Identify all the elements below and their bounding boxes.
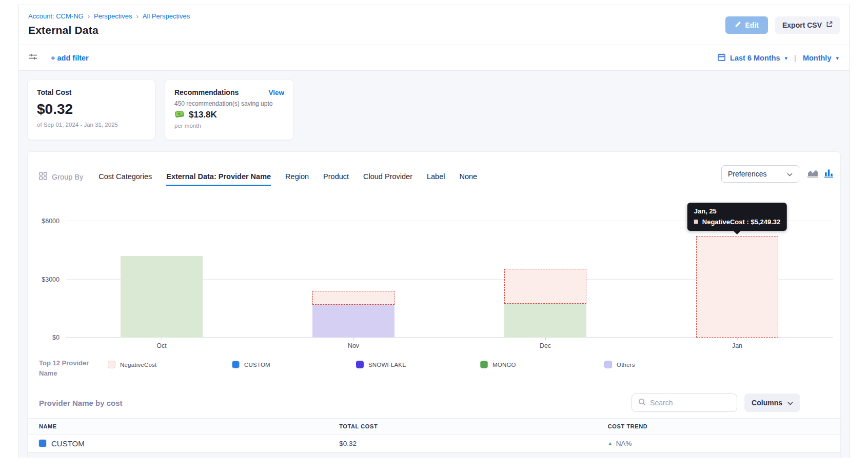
- recommendations-count: 450 recommendation(s) saving upto: [174, 100, 284, 107]
- row-total-cost-cell: $0.32: [339, 440, 608, 447]
- tooltip-value-line: NegativeCost : $5,249.32: [694, 218, 780, 226]
- date-range-dropdown[interactable]: Last 6 Months: [730, 54, 780, 62]
- tooltip-series-swatch: [694, 220, 698, 224]
- y-axis-tick-label: $0: [52, 334, 60, 341]
- table-footer-strip: [28, 453, 840, 458]
- group-by-tab[interactable]: Product: [323, 172, 349, 186]
- export-csv-button[interactable]: Export CSV: [775, 16, 840, 34]
- legend-item-negativecost[interactable]: NegativeCost: [108, 361, 232, 368]
- row-color-swatch: [39, 440, 46, 447]
- bar-segment-negativecost[interactable]: [312, 291, 395, 305]
- add-filter-button[interactable]: + add filter: [51, 54, 89, 62]
- recommendations-title: Recommendations: [174, 88, 239, 96]
- filter-sliders-icon[interactable]: [28, 53, 37, 63]
- group-by-tab[interactable]: Label: [427, 172, 445, 186]
- legend-item-custom[interactable]: CUSTOM: [232, 361, 356, 368]
- columns-button[interactable]: Columns: [744, 394, 800, 412]
- group-by-tab[interactable]: Cloud Provider: [363, 172, 412, 186]
- chevron-down-icon: [787, 170, 793, 178]
- grid-icon: [39, 172, 47, 182]
- bar-segment-others[interactable]: [312, 305, 395, 338]
- column-header[interactable]: NAME: [39, 423, 339, 429]
- recommendations-savings: $13.8K: [189, 110, 217, 120]
- legend-item-label: Others: [617, 362, 635, 368]
- total-cost-value: $0.32: [37, 101, 146, 117]
- area-chart-icon[interactable]: [807, 169, 818, 180]
- row-name-cell: CUSTOM: [39, 439, 339, 448]
- group-by-tab[interactable]: Region: [285, 172, 309, 186]
- column-header[interactable]: TOTAL COST: [339, 423, 608, 429]
- trend-up-icon: ▲: [608, 441, 613, 446]
- app-frame: Account: CCM-NG›Perspectives›All Perspec…: [18, 5, 850, 458]
- chart-plot: $0$3000$6000Jan, 25NegativeCost : $5,249…: [66, 198, 833, 338]
- column-header[interactable]: COST TREND: [608, 423, 829, 429]
- page-header: Account: CCM-NG›Perspectives›All Perspec…: [19, 5, 849, 45]
- search-input[interactable]: [650, 399, 743, 407]
- pencil-icon: [735, 21, 741, 29]
- money-icon: [174, 110, 185, 120]
- x-axis-label: Dec: [449, 338, 641, 352]
- chart-x-labels: OctNovDecJan: [66, 338, 833, 352]
- view-recommendations-link[interactable]: View: [268, 89, 284, 96]
- calendar-icon: [718, 53, 725, 63]
- granularity-dropdown[interactable]: Monthly: [803, 54, 832, 62]
- legend-item-label: CUSTOM: [244, 362, 270, 368]
- breadcrumb-item[interactable]: All Perspectives: [143, 12, 190, 20]
- breadcrumb-item[interactable]: Perspectives: [94, 12, 132, 20]
- row-cost-trend-cell: ▲NA%: [608, 440, 829, 447]
- legend-item-others[interactable]: Others: [604, 361, 728, 368]
- external-link-icon: [826, 21, 833, 29]
- legend-swatch: [108, 361, 115, 368]
- header-actions: Edit Export CSV: [725, 12, 840, 36]
- header-left: Account: CCM-NG›Perspectives›All Perspec…: [28, 12, 190, 36]
- table-row[interactable]: CUSTOM$0.32▲NA%: [28, 435, 840, 453]
- preferences-dropdown[interactable]: Preferences: [721, 165, 799, 183]
- tooltip-title: Jan, 25: [694, 207, 780, 215]
- filter-bar: + add filter Last 6 Months ▾ | Monthly ▾: [19, 45, 849, 71]
- chart-bar-slot: [449, 198, 641, 338]
- perspective-card: Group By Cost CategoriesExternal Data: P…: [27, 151, 841, 458]
- edit-button[interactable]: Edit: [725, 16, 768, 34]
- chart-legend: Top 12 Provider Name NegativeCostCUSTOMS…: [28, 352, 840, 385]
- legend-item-label: SNOWFLAKE: [368, 362, 406, 368]
- group-by-tabs: Cost CategoriesExternal Data: Provider N…: [98, 172, 477, 186]
- search-icon: [638, 398, 646, 408]
- x-axis-tick: [353, 338, 354, 340]
- x-axis-label: Nov: [258, 338, 449, 352]
- x-axis-tick: [162, 338, 162, 340]
- total-cost-card: Total Cost $0.32 of Sep 01, 2024 - Jan 3…: [27, 80, 155, 140]
- chart-tooltip: Jan, 25NegativeCost : $5,249.32: [687, 203, 787, 231]
- breadcrumb-separator: ›: [88, 12, 90, 20]
- legend-item-mongo[interactable]: MONGO: [480, 361, 604, 368]
- chart-bar-slot: [258, 198, 449, 338]
- bar-chart-icon[interactable]: [824, 169, 833, 180]
- group-by-tab[interactable]: Cost Categories: [98, 172, 152, 186]
- legend-item-label: NegativeCost: [120, 362, 156, 368]
- breadcrumb-item[interactable]: Account: CCM-NG: [28, 12, 84, 20]
- legend-items: NegativeCostCUSTOMSNOWFLAKEMONGOOthers: [108, 358, 829, 368]
- table-header-row: NAMETOTAL COSTCOST TREND: [28, 418, 840, 435]
- bar-segment-negativecost[interactable]: [504, 269, 587, 304]
- chevron-down-icon[interactable]: ▾: [785, 54, 788, 61]
- breadcrumb: Account: CCM-NG›Perspectives›All Perspec…: [28, 12, 190, 20]
- bar-segment-negativecost[interactable]: [696, 236, 779, 338]
- legend-title: Top 12 Provider Name: [39, 358, 100, 378]
- legend-item-snowflake[interactable]: SNOWFLAKE: [356, 361, 480, 368]
- cost-chart: $0$3000$6000Jan, 25NegativeCost : $5,249…: [39, 198, 833, 352]
- table-section-title: Provider Name by cost: [39, 399, 123, 407]
- legend-swatch: [480, 361, 488, 368]
- x-axis-tick: [737, 338, 738, 340]
- bar-segment-mongo[interactable]: [504, 304, 587, 338]
- total-cost-period: of Sep 01, 2024 - Jan 31, 2025: [37, 122, 146, 128]
- bar-segment-mongo[interactable]: [121, 256, 203, 338]
- group-by-tab[interactable]: External Data: Provider Name: [166, 172, 271, 186]
- content-area: Total Cost $0.32 of Sep 01, 2024 - Jan 3…: [19, 71, 849, 458]
- legend-swatch: [356, 361, 364, 368]
- group-by-tab[interactable]: None: [459, 172, 477, 186]
- chart-bar-slot: [66, 198, 258, 338]
- page-title: External Data: [28, 24, 190, 36]
- breadcrumb-separator: ›: [136, 12, 138, 20]
- group-by-row: Group By Cost CategoriesExternal Data: P…: [28, 152, 840, 186]
- chevron-down-icon[interactable]: ▾: [836, 54, 839, 61]
- search-box[interactable]: [632, 394, 737, 412]
